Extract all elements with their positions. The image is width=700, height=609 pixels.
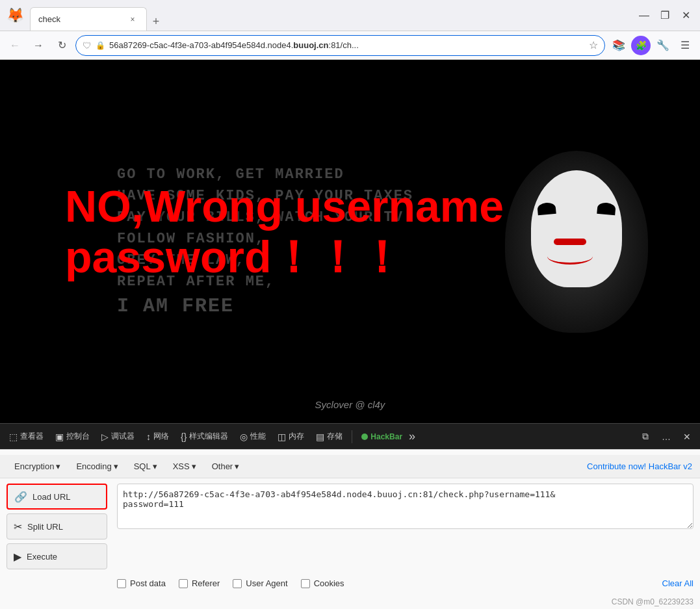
reload-button[interactable]: ↻ [52, 36, 71, 55]
hackbar-indicator [361, 434, 368, 440]
address-text: 56a87269-c5ac-4f3e-a703-ab4f954e584d.nod… [109, 40, 585, 50]
network-label: 网络 [153, 431, 169, 442]
devtools-console-button[interactable]: ▣ 控制台 [50, 427, 95, 447]
memory-label: 内存 [289, 431, 304, 442]
console-icon: ▣ [55, 432, 64, 442]
user-agent-checkbox-item: User Agent [233, 578, 287, 588]
storage-label: 存储 [327, 431, 343, 442]
hackbar-xss-menu[interactable]: XSS ▾ [166, 459, 203, 474]
tab-close-button[interactable]: × [127, 14, 138, 25]
devtools-debugger-button[interactable]: ▷ 调试器 [96, 427, 140, 447]
hackbar-action-buttons: 🔗 Load URL ✂ Split URL ▶ Execute [6, 484, 110, 569]
page-background: GO TO WORK, GET MARRIED HAVE SOME KIDS, … [0, 60, 700, 423]
hackbar-sql-menu[interactable]: SQL ▾ [127, 459, 164, 474]
hackbar-encoding-menu[interactable]: Encoding ▾ [70, 459, 124, 474]
execute-row: ▶ Execute [6, 543, 110, 569]
browser-tab[interactable]: check × [30, 7, 147, 31]
encryption-arrow-icon: ▾ [56, 461, 60, 471]
devtools-more-button[interactable]: » [409, 430, 415, 443]
load-url-label: Load URL [32, 492, 71, 502]
other-arrow-icon: ▾ [235, 461, 239, 471]
hackbar-content-area: 🔗 Load URL ✂ Split URL ▶ Execute [0, 478, 700, 575]
devtools-memory-button[interactable]: ◫ 内存 [272, 427, 309, 447]
page-watermark: Syclover @ cl4y [315, 399, 385, 410]
network-icon: ↕ [146, 432, 151, 442]
hackbar-menubar: Encryption ▾ Encoding ▾ SQL ▾ XSS ▾ Othe… [0, 455, 700, 478]
bookmarks-button[interactable]: 📚 [609, 36, 629, 55]
mask-image [505, 151, 648, 333]
cookies-checkbox-item: Cookies [301, 578, 344, 588]
web-content: GO TO WORK, GET MARRIED HAVE SOME KIDS, … [0, 60, 700, 423]
extensions-button[interactable]: 🧩 [631, 36, 651, 55]
devtools-overflow-button[interactable]: … [657, 428, 675, 446]
back-button[interactable]: ← [5, 36, 25, 55]
hackbar-url-input[interactable] [117, 484, 694, 529]
csdn-watermark: CSDN @m0_62239233 [0, 595, 700, 609]
nav-bar: ← → ↻ 🛡 🔒 56a87269-c5ac-4f3e-a703-ab4f95… [0, 31, 700, 60]
hackbar-contribute[interactable]: Contribute now! HackBar v2 [587, 461, 692, 471]
inspector-label: 查看器 [20, 431, 44, 442]
hackbar-encryption-menu[interactable]: Encryption ▾ [8, 459, 67, 474]
execute-button[interactable]: ▶ Execute [6, 543, 107, 569]
split-url-icon: ✂ [14, 521, 22, 533]
hackbar-label: HackBar [370, 432, 402, 441]
load-url-button[interactable]: 🔗 Load URL [6, 484, 107, 510]
devtools-storage-button[interactable]: ▤ 存储 [311, 427, 348, 447]
execute-label: Execute [27, 552, 57, 562]
minimize-button[interactable]: — [635, 6, 653, 25]
devtools-inspector-button[interactable]: ⬚ 查看器 [4, 427, 49, 447]
devtools-responsive-button[interactable]: ⧉ [636, 428, 655, 446]
nav-icons: 📚 🧩 🔧 ☰ [609, 36, 695, 55]
forward-button[interactable]: → [29, 36, 48, 55]
security-shield-icon: 🛡 [83, 40, 92, 51]
encoding-label: Encoding [76, 461, 111, 471]
hackbar-other-menu[interactable]: Other ▾ [205, 459, 246, 474]
execute-icon: ▶ [14, 551, 21, 563]
menu-button[interactable]: ☰ [675, 36, 695, 55]
mask-face [518, 164, 635, 320]
devtools-toolbar: ⬚ 查看器 ▣ 控制台 ▷ 调试器 ↕ 网络 {} 样式编辑器 ◎ 性能 ◫ 内… [0, 423, 700, 449]
mask-eyes [538, 203, 616, 214]
mask-smile [547, 248, 593, 265]
version-text: HackBar v2 [649, 461, 692, 471]
split-url-button[interactable]: ✂ Split URL [6, 513, 107, 539]
bookmark-button[interactable]: ☆ [589, 39, 598, 51]
hackbar-tab-button[interactable]: HackBar [356, 427, 408, 447]
cookies-checkbox[interactable] [301, 579, 310, 588]
cookies-label: Cookies [314, 578, 344, 588]
sql-label: SQL [134, 461, 151, 471]
user-agent-label: User Agent [246, 578, 287, 588]
referer-label: Referer [192, 578, 220, 588]
extensions-manager-button[interactable]: 🔧 [653, 36, 673, 55]
devtools-performance-button[interactable]: ◎ 性能 [235, 427, 271, 447]
devtools-style-editor-button[interactable]: {} 样式编辑器 [175, 427, 233, 447]
maximize-button[interactable]: ❐ [656, 6, 674, 25]
referer-checkbox[interactable] [179, 579, 188, 588]
firefox-logo: 🦊 [5, 6, 25, 25]
console-label: 控制台 [66, 431, 90, 442]
devtools-network-button[interactable]: ↕ 网络 [141, 427, 174, 447]
post-data-checkbox[interactable] [117, 579, 126, 588]
performance-label: 性能 [250, 431, 266, 442]
clear-all-button[interactable]: Clear All [662, 578, 694, 588]
post-data-checkbox-item: Post data [117, 578, 166, 588]
encoding-arrow-icon: ▾ [114, 461, 118, 471]
debugger-icon: ▷ [101, 432, 109, 442]
debugger-label: 调试器 [111, 431, 135, 442]
address-bar[interactable]: 🛡 🔒 56a87269-c5ac-4f3e-a703-ab4f954e584d… [75, 35, 605, 56]
split-url-row: ✂ Split URL [6, 513, 110, 539]
devtools-separator [352, 430, 352, 443]
other-label: Other [212, 461, 233, 471]
close-button[interactable]: ✕ [677, 6, 695, 25]
new-tab-button[interactable]: + [147, 12, 165, 31]
xss-label: XSS [173, 461, 190, 471]
user-agent-checkbox[interactable] [233, 579, 242, 588]
error-line1: NO,Wrong username [65, 181, 504, 231]
hackbar-panel: Encryption ▾ Encoding ▾ SQL ▾ XSS ▾ Othe… [0, 449, 700, 609]
devtools-close-button[interactable]: ✕ [678, 428, 696, 446]
hackbar-footer: Post data Referer User Agent Cookies Cle… [0, 575, 700, 595]
split-url-label: Split URL [27, 522, 63, 532]
tab-bar: check × + [30, 0, 625, 31]
xss-arrow-icon: ▾ [192, 461, 196, 471]
tab-title: check [38, 14, 60, 24]
